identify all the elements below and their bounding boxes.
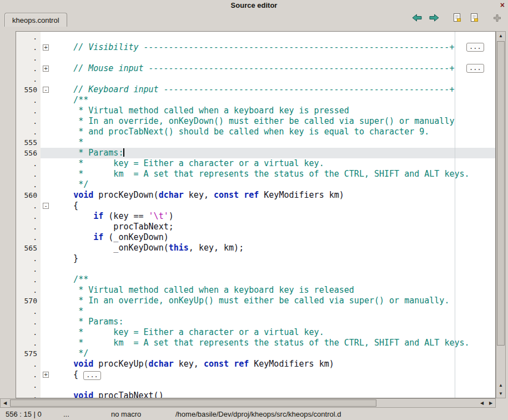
save-file-icon	[452, 13, 461, 24]
close-icon[interactable]: ×	[500, 1, 505, 9]
line-number: 575	[16, 348, 41, 359]
fold-collapse-icon[interactable]: -	[43, 203, 49, 209]
folded-block-ellipsis[interactable]: ...	[466, 64, 484, 73]
scroll-left-secondary-button[interactable]: ◀	[477, 399, 486, 407]
code-line[interactable]: 550- // Keyboard input -----------------…	[16, 84, 495, 95]
code-line[interactable]: .	[16, 53, 495, 63]
fold-collapse-icon[interactable]: -	[43, 87, 49, 93]
code-line[interactable]: . * In an override, onKeyDown() must eit…	[16, 116, 495, 127]
code-line[interactable]: . * km = A set that represents the statu…	[16, 169, 495, 179]
line-number: .	[16, 232, 41, 243]
code-line[interactable]: .+ // Visibility -----------------------…	[16, 42, 495, 53]
code-line[interactable]: 565 _onKeyDown(this, key, km);	[16, 243, 495, 253]
code-line[interactable]: . * Virtual method called when a keyboar…	[16, 285, 495, 296]
line-number: .	[16, 222, 41, 232]
fold-expand-icon[interactable]: +	[43, 66, 49, 72]
fold-margin	[41, 137, 52, 148]
code-line[interactable]: . */	[16, 179, 495, 190]
code-line[interactable]: . * km = A set that represents the statu…	[16, 338, 495, 348]
code-line[interactable]: 570 * In an override, onKeyUp() must eit…	[16, 296, 495, 306]
code-editor[interactable]: ..+ // Visibility ----------------------…	[16, 31, 496, 398]
code-line[interactable]: . * Virtual method called when a keyboar…	[16, 106, 495, 116]
code-line[interactable]: .	[16, 32, 495, 42]
code-line[interactable]: .	[16, 380, 495, 391]
line-number: .	[16, 306, 41, 317]
code-text: void procKeyUp(dchar key, const ref KeyM…	[52, 359, 495, 369]
code-line[interactable]: . * and procTabNext() should be called w…	[16, 127, 495, 137]
code-text: if (_onKeyDown)	[52, 232, 495, 243]
fold-toggle-icon[interactable]: +	[41, 369, 52, 380]
code-line[interactable]: 555 *	[16, 137, 495, 148]
fold-toggle-icon[interactable]: -	[41, 84, 52, 95]
code-line[interactable]: . * Params:	[16, 317, 495, 327]
code-line[interactable]: .	[16, 74, 495, 84]
code-line[interactable]: . *	[16, 306, 495, 317]
folded-block-ellipsis[interactable]: ...	[83, 371, 101, 380]
fold-margin	[41, 127, 52, 137]
scroll-left-button[interactable]: ◀	[1, 399, 9, 407]
line-number: .	[16, 127, 41, 137]
code-line[interactable]: . /**	[16, 95, 495, 106]
fold-toggle-icon[interactable]: +	[41, 63, 52, 74]
code-line[interactable]: . procTabNext;	[16, 222, 495, 232]
go-back-button[interactable]	[410, 13, 424, 24]
horizontal-scrollbar[interactable]: ◀ ◀ ▶	[0, 398, 496, 408]
save-file-button[interactable]	[450, 13, 464, 24]
code-line[interactable]: . * key = Either a character or a virtua…	[16, 158, 495, 169]
line-number: .	[16, 42, 41, 53]
code-text: * In an override, onKeyDown() must eithe…	[52, 116, 495, 127]
code-line[interactable]: . void procKeyUp(dchar key, const ref Ke…	[16, 359, 495, 369]
back-arrow-icon	[412, 14, 422, 24]
code-line[interactable]: . * key = Either a character or a virtua…	[16, 327, 495, 338]
code-line[interactable]: .- {	[16, 201, 495, 211]
scroll-up-button[interactable]: ▲	[496, 32, 505, 40]
code-line[interactable]: 556 * Params:	[16, 148, 495, 158]
line-number: .	[16, 274, 41, 285]
vertical-scroll-track[interactable]	[496, 40, 505, 381]
code-line[interactable]: . /**	[16, 274, 495, 285]
code-line[interactable]: .+ {...	[16, 369, 495, 380]
code-text: // Mouse input -------------------------…	[52, 63, 495, 74]
up-arrow-icon: ▲	[499, 383, 503, 388]
code-line[interactable]: . void procTabNext()	[16, 391, 495, 398]
fold-toggle-icon[interactable]: +	[41, 42, 52, 53]
code-line[interactable]: 575 */	[16, 348, 495, 359]
code-text: _onKeyDown(this, key, km);	[52, 243, 495, 253]
fold-expand-icon[interactable]: +	[43, 44, 49, 51]
go-forward-button[interactable]	[427, 13, 441, 24]
plus-button[interactable]	[490, 13, 504, 24]
fold-margin	[41, 116, 52, 127]
code-text	[52, 32, 495, 42]
code-line[interactable]: . }	[16, 253, 495, 264]
code-line[interactable]: .	[16, 264, 495, 274]
vertical-scroll-thumb[interactable]	[497, 41, 505, 346]
tab-kheops-control[interactable]: kheops.control	[4, 13, 67, 27]
fold-margin	[41, 158, 52, 169]
horizontal-scroll-track[interactable]	[9, 399, 477, 407]
fold-margin	[41, 317, 52, 327]
code-line[interactable]: . if (_onKeyDown)	[16, 232, 495, 243]
fold-expand-icon[interactable]: +	[43, 372, 49, 378]
folded-block-ellipsis[interactable]: ...	[466, 43, 484, 52]
code-line[interactable]: 560 void procKeyDown(dchar key, const re…	[16, 190, 495, 201]
fold-margin	[41, 359, 52, 369]
code-text: * and procTabNext() should be called whe…	[52, 127, 495, 137]
scroll-up-secondary-button[interactable]: ▲	[496, 381, 505, 389]
horizontal-scroll-thumb[interactable]	[10, 399, 376, 407]
scroll-right-button[interactable]: ▶	[486, 399, 495, 407]
code-text: */	[52, 348, 495, 359]
line-number: .	[16, 116, 41, 127]
code-text: * key = Either a character or a virtual …	[52, 158, 495, 169]
code-text: * Virtual method called when a keyboard …	[52, 285, 495, 296]
code-text: void procKeyDown(dchar key, const ref Ke…	[52, 190, 495, 201]
code-line[interactable]: . if (key == '\t')	[16, 211, 495, 222]
statusbar: 556 : 15 | 0 ... no macro /home/basile/D…	[0, 408, 508, 420]
vertical-scrollbar[interactable]: ▲ ▲ ▼	[496, 31, 506, 398]
code-line[interactable]: .+ // Mouse input ----------------------…	[16, 63, 495, 74]
line-number: 565	[16, 243, 41, 253]
scroll-down-button[interactable]: ▼	[496, 389, 505, 398]
fold-margin	[41, 243, 52, 253]
save-file-as-button[interactable]	[467, 13, 481, 24]
code-text: * Virtual method called when a keyboard …	[52, 106, 495, 116]
fold-toggle-icon[interactable]: -	[41, 201, 52, 211]
